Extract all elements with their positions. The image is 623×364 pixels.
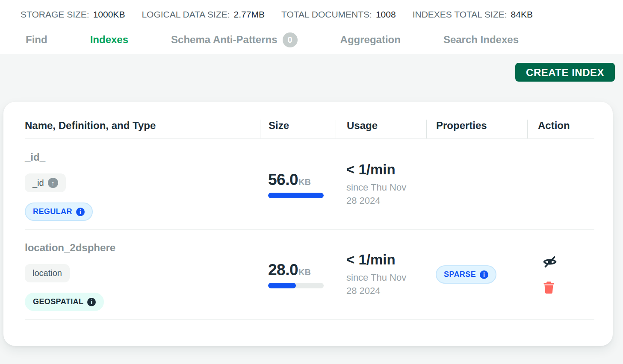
index-size-value: 28.0 [268,261,298,279]
usage-since: since Thu Nov 28 2024 [346,271,411,297]
info-icon: i [87,298,96,306]
indexes-tab-content: CREATE INDEX Name, Definition, and Type … [0,54,623,364]
index-property-badge-sparse[interactable]: SPARSE i [436,265,496,284]
collection-tab-bar: Find Indexes Schema Anti-Patterns 0 Aggr… [0,26,623,54]
sort-ascending-icon: ↑ [48,178,58,188]
index-name-definition-cell: _id_ _id ↑ REGULAR i [25,139,260,229]
indexes-toolbar: CREATE INDEX [0,63,623,82]
index-size-unit: KB [298,267,311,277]
stat-indexes-total-size: INDEXES TOTAL SIZE: 84KB [413,9,533,26]
stat-storage-size: STORAGE SIZE: 1000KB [21,9,125,26]
usage-rate: < 1/min [346,252,396,268]
indexes-table-header: Name, Definition, and Type Size Usage Pr… [25,120,594,139]
usage-since: since Thu Nov 28 2024 [346,181,411,207]
index-type-badge-geospatial[interactable]: GEOSPATIAL i [25,293,104,311]
collection-stats-bar: STORAGE SIZE: 1000KB LOGICAL DATA SIZE: … [0,0,623,26]
badge-label: GEOSPATIAL [33,297,83,306]
index-action-cell [527,230,594,319]
column-header-name-definition-type: Name, Definition, and Type [25,120,260,138]
column-header-action: Action [527,120,594,138]
tab-search-indexes[interactable]: Search Indexes [443,34,519,46]
index-properties-cell: SPARSE i [426,230,527,319]
delete-index-button[interactable] [543,281,555,294]
schema-anti-patterns-count-badge: 0 [283,32,298,47]
tab-find[interactable]: Find [26,34,47,46]
stat-label: INDEXES TOTAL SIZE: [413,9,507,26]
tab-schema-anti-patterns[interactable]: Schema Anti-Patterns 0 [171,32,298,47]
index-row-id: _id_ _id ↑ REGULAR i 56.0 KB [25,139,594,230]
column-header-usage: Usage [336,120,426,138]
index-field-pill: location [25,264,70,282]
index-size-value: 56.0 [268,171,298,189]
stat-logical-data-size: LOGICAL DATA SIZE: 2.77MB [142,9,265,26]
stat-label: TOTAL DOCUMENTS: [281,9,372,26]
index-action-cell [527,139,594,229]
size-progress-bar [268,193,324,198]
index-field-name: _id [32,178,44,188]
usage-rate: < 1/min [346,161,396,178]
trash-icon [543,289,555,296]
column-header-size: Size [260,120,336,138]
stat-label: STORAGE SIZE: [21,9,89,26]
badge-label: SPARSE [444,270,476,279]
tab-indexes[interactable]: Indexes [90,34,128,46]
index-properties-cell [426,139,527,229]
create-index-button[interactable]: CREATE INDEX [515,63,615,82]
index-size-cell: 28.0 KB [260,230,336,319]
index-field-pill: _id ↑ [25,173,66,192]
tab-label: Schema Anti-Patterns [171,34,278,46]
indexes-card: Name, Definition, and Type Size Usage Pr… [3,102,613,346]
stat-value: 84KB [511,9,533,26]
size-progress-bar [268,283,324,288]
index-usage-cell: < 1/min since Thu Nov 28 2024 [336,139,426,229]
index-usage-cell: < 1/min since Thu Nov 28 2024 [336,230,426,319]
size-progress-fill [268,193,324,198]
index-name: location_2dsphere [25,242,115,254]
stat-value: 1008 [376,9,396,26]
index-type-badge-regular[interactable]: REGULAR i [25,203,93,221]
stat-total-documents: TOTAL DOCUMENTS: 1008 [281,9,396,26]
stat-value: 1000KB [93,9,125,26]
stat-label: LOGICAL DATA SIZE: [142,9,230,26]
index-name: _id_ [25,151,45,163]
index-size-unit: KB [298,177,311,187]
tab-aggregation[interactable]: Aggregation [340,34,401,46]
index-size: 28.0 KB [268,261,311,279]
index-size: 56.0 KB [268,171,311,189]
index-size-cell: 56.0 KB [260,139,336,229]
index-name-definition-cell: location_2dsphere location GEOSPATIAL i [25,230,260,319]
column-header-properties: Properties [426,120,527,138]
hide-index-button[interactable] [543,255,557,269]
info-icon: i [76,208,85,216]
index-row-location-2dsphere: location_2dsphere location GEOSPATIAL i … [25,230,594,320]
badge-label: REGULAR [33,207,72,216]
index-field-name: location [32,268,62,278]
stat-value: 2.77MB [234,9,265,26]
info-icon: i [480,270,488,279]
size-progress-fill [268,283,296,288]
eye-slash-icon [543,264,557,270]
